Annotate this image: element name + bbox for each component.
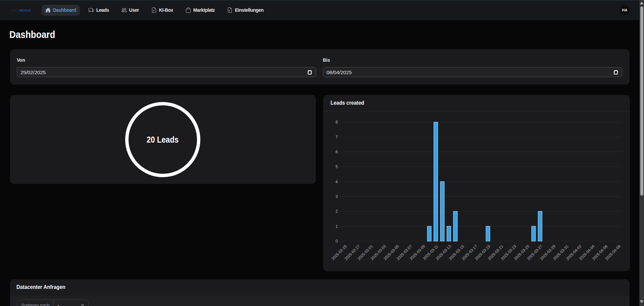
svg-text:7: 7 [336,135,338,140]
svg-text:2: 2 [336,209,338,214]
svg-text:5: 5 [336,164,338,169]
svg-text:3: 3 [336,194,338,199]
svg-text:6: 6 [336,150,338,154]
svg-text:1: 1 [336,224,338,229]
svg-text:0: 0 [336,239,338,244]
svg-text:4: 4 [336,180,338,184]
svg-text:8: 8 [336,120,338,124]
